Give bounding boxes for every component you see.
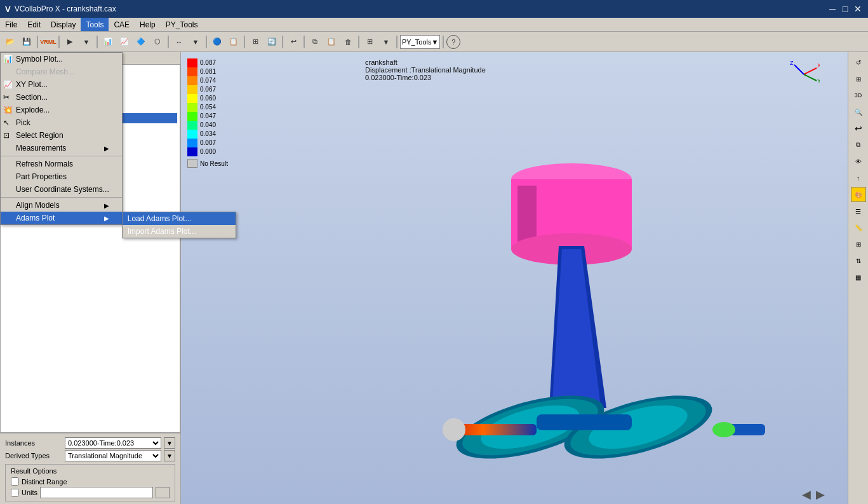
legend-color-10 bbox=[187, 147, 197, 156]
units-checkbox[interactable] bbox=[11, 489, 19, 497]
adams-plot-label: Adams Plot bbox=[16, 214, 55, 222]
toolbar-undo[interactable]: ↩ bbox=[286, 34, 301, 50]
menu-edit[interactable]: Edit bbox=[22, 18, 46, 31]
menu-help[interactable]: Help bbox=[135, 18, 161, 31]
toolbar-arrows[interactable]: ↔ bbox=[171, 34, 187, 50]
3d-model[interactable] bbox=[384, 103, 797, 484]
instances-dropdown-btn[interactable]: ▼ bbox=[164, 437, 175, 449]
right-perspective[interactable]: 3D bbox=[851, 88, 866, 103]
toolbar-legend[interactable]: 📋 bbox=[226, 34, 241, 50]
menu-pick[interactable]: ↖ Pick bbox=[1, 116, 122, 129]
sep6 bbox=[244, 36, 245, 48]
derived-types-select[interactable]: Translational Magnitude bbox=[65, 450, 161, 461]
pick-label: Pick bbox=[16, 118, 30, 127]
right-pointer[interactable]: ↑ bbox=[851, 170, 866, 186]
toolbar-arrows-dropdown[interactable]: ▼ bbox=[188, 34, 203, 50]
sep5 bbox=[206, 36, 207, 48]
submenu-load-adams-plot[interactable]: Load Adams Plot... bbox=[123, 212, 236, 225]
menu-part-properties[interactable]: Part Properties bbox=[1, 170, 122, 183]
align-models-arrow: ▶ bbox=[104, 202, 109, 209]
menu-measurements[interactable]: Measurements ▶ bbox=[1, 142, 122, 154]
menubar: File Edit Display Tools CAE Help PY_Tool… bbox=[0, 18, 868, 32]
right-eye[interactable]: 👁 bbox=[851, 154, 866, 169]
section-label: Section... bbox=[16, 93, 48, 102]
xy-plot-icon: 📈 bbox=[3, 80, 13, 89]
right-hatch[interactable]: ▦ bbox=[851, 269, 866, 285]
toolbar-graph[interactable]: 📊 bbox=[100, 34, 116, 50]
menu-py-tools[interactable]: PY_Tools bbox=[161, 18, 203, 31]
toolbar-play[interactable]: ▶ bbox=[62, 34, 77, 50]
legend-value-1: 0.081 bbox=[200, 67, 216, 76]
next-arrow[interactable]: ▶ bbox=[816, 487, 825, 501]
displacement-type-text: Displacement :Translational Magnitude bbox=[365, 66, 486, 74]
derived-types-btn[interactable]: ▼ bbox=[164, 450, 175, 461]
menu-refresh-normals[interactable]: Refresh Normals bbox=[1, 158, 122, 170]
symbol-plot-label: Symbol Plot... bbox=[16, 55, 63, 64]
svg-rect-12 bbox=[537, 414, 632, 430]
toolbar-chart[interactable]: 📈 bbox=[117, 34, 132, 50]
close-button[interactable]: ✕ bbox=[853, 4, 863, 14]
toolbar-3d[interactable]: 🔵 bbox=[210, 34, 225, 50]
legend-color-0 bbox=[187, 58, 197, 67]
right-grid2[interactable]: ⊞ bbox=[851, 236, 866, 252]
menu-explode[interactable]: 💥 Explode... bbox=[1, 104, 122, 116]
distinct-range-checkbox[interactable] bbox=[11, 477, 19, 486]
right-zoom-in[interactable]: 🔍 bbox=[851, 104, 866, 119]
prev-arrow[interactable]: ◀ bbox=[802, 487, 811, 501]
toolbar-paste[interactable]: 📋 bbox=[324, 34, 339, 50]
menu-tools[interactable]: Tools bbox=[81, 18, 109, 31]
right-copy-view[interactable]: ⧉ bbox=[851, 137, 866, 153]
sep9 bbox=[358, 36, 359, 48]
toolbar-delete[interactable]: 🗑 bbox=[340, 34, 356, 50]
distinct-range-row: Distinct Range bbox=[11, 477, 170, 486]
submenu-import-adams-plot[interactable]: Import Adams Plot... bbox=[123, 225, 236, 238]
right-rotate-reset[interactable]: ↺ bbox=[851, 55, 866, 70]
menu-select-region[interactable]: ⊡ Select Region bbox=[1, 129, 122, 142]
part-properties-label: Part Properties bbox=[16, 172, 67, 181]
toolbar-refresh[interactable]: 🔄 bbox=[264, 34, 279, 50]
menu-display[interactable]: Display bbox=[46, 18, 81, 31]
menu-adams-plot[interactable]: Adams Plot ▶ Load Adams Plot... Import A… bbox=[1, 212, 122, 224]
toolbar-select-all[interactable]: ⊞ bbox=[248, 34, 263, 50]
right-ruler[interactable]: 📏 bbox=[851, 220, 866, 235]
legend-value-2: 0.074 bbox=[200, 76, 216, 85]
menu-file[interactable]: File bbox=[0, 18, 22, 31]
menu-align-models[interactable]: Align Models ▶ bbox=[1, 199, 122, 212]
color-legend: 0.087 0.081 0.074 0.067 0.060 0.054 bbox=[187, 58, 228, 168]
maximize-button[interactable]: □ bbox=[840, 4, 850, 14]
menu-xy-plot[interactable]: 📈 XY Plot... bbox=[1, 78, 122, 91]
minimize-button[interactable]: ─ bbox=[827, 4, 838, 14]
time-text: 0.023000-Time:0.023 bbox=[365, 74, 486, 81]
toolbar-open[interactable]: 📂 bbox=[3, 34, 18, 50]
py-tools-dropdown[interactable]: PY_Tools ▼ bbox=[400, 35, 440, 49]
menu-section[interactable]: ✂ Section... bbox=[1, 91, 122, 104]
right-arrows2[interactable]: ⇅ bbox=[851, 253, 866, 268]
toolbar-copy[interactable]: ⧉ bbox=[307, 34, 323, 50]
toolbar-surface[interactable]: 🔷 bbox=[133, 34, 149, 50]
units-color-box[interactable] bbox=[156, 487, 170, 498]
toolbar-grid[interactable]: ⊞ bbox=[362, 34, 377, 50]
toolbar-play-dropdown[interactable]: ▼ bbox=[79, 34, 94, 50]
toolbar-vrml[interactable]: VRML bbox=[41, 34, 56, 50]
menu-symbol-plot[interactable]: 📊 Symbol Plot... bbox=[1, 53, 122, 65]
model-info: crankshaft Displacement :Translational M… bbox=[365, 58, 486, 81]
right-palette[interactable]: 🎨 bbox=[851, 187, 866, 202]
menu-user-coord-systems[interactable]: User Coordinate Systems... bbox=[1, 183, 122, 196]
instances-select[interactable]: 0.023000-Time:0.023 bbox=[65, 437, 161, 449]
derived-types-label: Derived Types bbox=[5, 452, 62, 460]
legend-entry-8: 0.034 bbox=[187, 130, 228, 139]
viewport[interactable]: crankshaft Displacement :Translational M… bbox=[181, 52, 848, 504]
legend-entry-10: 0.000 bbox=[187, 147, 228, 156]
toolbar-grid-dropdown[interactable]: ▼ bbox=[378, 34, 394, 50]
right-list[interactable]: ☰ bbox=[851, 203, 866, 219]
py-tools-label: PY_Tools bbox=[402, 38, 431, 46]
right-zoom-out[interactable]: ↩ bbox=[851, 121, 866, 136]
instances-row: Instances 0.023000-Time:0.023 ▼ bbox=[5, 437, 175, 449]
toolbar-help[interactable]: ? bbox=[446, 35, 460, 49]
menu-cae[interactable]: CAE bbox=[109, 18, 135, 31]
units-input[interactable] bbox=[40, 487, 153, 498]
distinct-range-label: Distinct Range bbox=[22, 478, 67, 486]
toolbar-save[interactable]: 💾 bbox=[19, 34, 34, 50]
toolbar-mesh[interactable]: ⬡ bbox=[150, 34, 165, 50]
right-fit[interactable]: ⊞ bbox=[851, 71, 866, 86]
